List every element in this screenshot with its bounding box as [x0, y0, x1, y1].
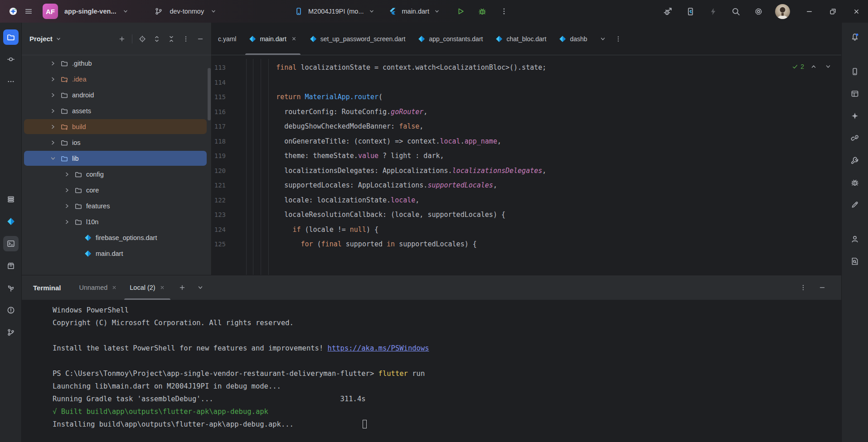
device-selector[interactable]: M2004J19PI (mo... — [308, 8, 364, 15]
collapse-all-icon[interactable] — [165, 33, 178, 45]
chevron-right-icon[interactable] — [63, 171, 71, 178]
tab-app-constants-dart[interactable]: app_constants.dart — [412, 23, 489, 55]
code-line[interactable]: 116 routerConfig: RouteConfig.goRouter, — [212, 105, 841, 120]
tree-item--github[interactable]: .github — [22, 55, 211, 71]
device-chevron-icon[interactable] — [369, 8, 375, 14]
project-name[interactable]: app-single-ven... — [64, 8, 116, 15]
chevron-right-icon[interactable] — [49, 107, 57, 115]
code-line[interactable]: 114 — [212, 75, 841, 90]
project-chevron-icon[interactable] — [122, 8, 129, 14]
terminal-panel-title[interactable]: Terminal — [22, 275, 73, 300]
project-panel-title[interactable]: Project — [29, 35, 53, 43]
tree-item-firebase-options-dart[interactable]: firebase_options.dart — [22, 230, 211, 245]
flutter-tool-button[interactable] — [3, 214, 19, 229]
tree-item-l10n[interactable]: l10n — [22, 214, 211, 230]
tab-main-dart[interactable]: main.dart — [242, 23, 303, 55]
device-mirroring-icon[interactable] — [683, 4, 698, 19]
device-manager-icon[interactable] — [847, 64, 863, 79]
commit-tool-button[interactable] — [3, 52, 19, 67]
app-links-assistant-icon[interactable] — [847, 130, 863, 146]
previous-problem-icon[interactable] — [809, 62, 819, 72]
terminal-tab-local-2-[interactable]: Local (2) — [123, 275, 171, 300]
run-config-chevron-icon[interactable] — [434, 8, 440, 14]
expand-all-icon[interactable] — [150, 33, 163, 45]
terminal-tab-unnamed[interactable]: Unnamed — [73, 275, 123, 300]
tree-item-build[interactable]: build — [22, 119, 211, 135]
restore-button[interactable] — [821, 0, 844, 23]
app-quality-insights-icon[interactable] — [847, 175, 863, 190]
branch-chevron-icon[interactable] — [210, 8, 217, 14]
tree-item-config[interactable]: config — [22, 166, 211, 182]
tab-set-up-password-screen-dart[interactable]: set_up_password_screen.dart — [303, 23, 412, 55]
tree-item--idea[interactable]: .idea — [22, 71, 211, 87]
version-control-tool-button[interactable] — [3, 325, 19, 340]
chevron-right-icon[interactable] — [49, 123, 57, 130]
panel-options-icon[interactable] — [179, 33, 192, 45]
chevron-right-icon[interactable] — [49, 91, 57, 99]
close-tab-icon[interactable] — [112, 285, 117, 290]
close-tab-icon[interactable] — [291, 36, 297, 42]
hide-terminal-icon[interactable] — [816, 281, 829, 294]
close-button[interactable] — [844, 0, 868, 23]
user-avatar[interactable] — [775, 4, 790, 19]
build-analyzer-icon[interactable] — [847, 153, 863, 168]
tree-item-features[interactable]: features — [22, 198, 211, 214]
code-line[interactable]: 121 supportedLocales: AppLocalizations.s… — [212, 178, 841, 193]
structure-tool-button[interactable] — [3, 192, 19, 207]
close-tab-icon[interactable] — [160, 285, 165, 290]
attach-debugger-icon[interactable] — [660, 4, 675, 19]
profiler-icon[interactable] — [847, 231, 863, 247]
code-line[interactable]: 117 debugShowCheckedModeBanner: false, — [212, 119, 841, 134]
project-tree-scrollbar[interactable] — [208, 68, 211, 120]
notifications-icon[interactable] — [847, 29, 863, 45]
settings-icon[interactable] — [751, 4, 766, 19]
debug-button[interactable] — [475, 4, 490, 19]
code-line[interactable]: 122 locale: localizationState.locale, — [212, 193, 841, 208]
hidden-tabs-chevron[interactable] — [596, 33, 609, 45]
build-tool-button[interactable] — [3, 258, 19, 274]
project-tool-button[interactable] — [3, 29, 19, 45]
code-line[interactable]: 120 localizationsDelegates: AppLocalizat… — [212, 163, 841, 178]
tab-list-options-icon[interactable] — [612, 33, 625, 45]
locate-file-icon[interactable] — [136, 33, 149, 45]
main-menu-icon[interactable] — [21, 4, 36, 19]
chevron-right-icon[interactable] — [63, 187, 71, 194]
code-line[interactable]: 124 if (locale != null) { — [212, 222, 841, 237]
chevron-right-icon[interactable] — [49, 60, 57, 67]
search-everywhere-icon[interactable] — [728, 4, 743, 19]
chevron-right-icon[interactable] — [49, 76, 57, 83]
terminal-tool-button[interactable] — [3, 236, 19, 251]
tree-item-main-dart[interactable]: main.dart — [22, 245, 211, 261]
code-line[interactable]: 113 final localizationState = context.wa… — [212, 60, 841, 75]
tab-dashb[interactable]: dashb — [553, 23, 593, 55]
more-tool-windows-button[interactable] — [3, 74, 19, 89]
tab-c-yaml[interactable]: c.yaml — [212, 23, 242, 55]
branch-name[interactable]: dev-tonmoy — [170, 8, 204, 15]
tree-item-lib[interactable]: lib — [22, 150, 211, 166]
running-devices-icon[interactable] — [847, 86, 863, 101]
run-button[interactable] — [453, 4, 468, 19]
code-line[interactable]: 125 for (final supported in supportedLoc… — [212, 237, 841, 252]
code-line[interactable]: 123 localeResolutionCallback: (locale, s… — [212, 207, 841, 222]
tree-item-ios[interactable]: ios — [22, 135, 211, 150]
run-more-options-icon[interactable] — [496, 4, 512, 19]
chevron-down-icon[interactable] — [49, 155, 57, 162]
minimize-button[interactable] — [797, 0, 821, 23]
gemini-icon[interactable] — [847, 108, 863, 124]
terminal-shell-chevron[interactable] — [194, 281, 207, 294]
code-line[interactable]: 115 return MaterialApp.router( — [212, 90, 841, 105]
code-editor[interactable]: 113 final localizationState = context.wa… — [212, 55, 841, 275]
tree-item-core[interactable]: core — [22, 182, 211, 198]
code-line[interactable]: 119 theme: themeState.value ? light : da… — [212, 149, 841, 163]
chevron-right-icon[interactable] — [49, 139, 57, 146]
project-view-chevron-icon[interactable] — [55, 36, 62, 42]
dependencies-tool-button[interactable] — [3, 280, 19, 296]
run-config-selector[interactable]: main.dart — [402, 8, 429, 15]
find-tool-icon[interactable] — [847, 254, 863, 269]
inspection-widget[interactable]: 2 — [792, 62, 833, 72]
terminal-options-icon[interactable] — [797, 281, 810, 294]
terminal-link[interactable]: https://aka.ms/PSWindows — [328, 344, 429, 352]
tree-item-assets[interactable]: assets — [22, 103, 211, 119]
terminal-output[interactable]: Windows PowerShellCopyright (C) Microsof… — [22, 300, 841, 442]
tab-chat-bloc-dart[interactable]: chat_bloc.dart — [489, 23, 553, 55]
